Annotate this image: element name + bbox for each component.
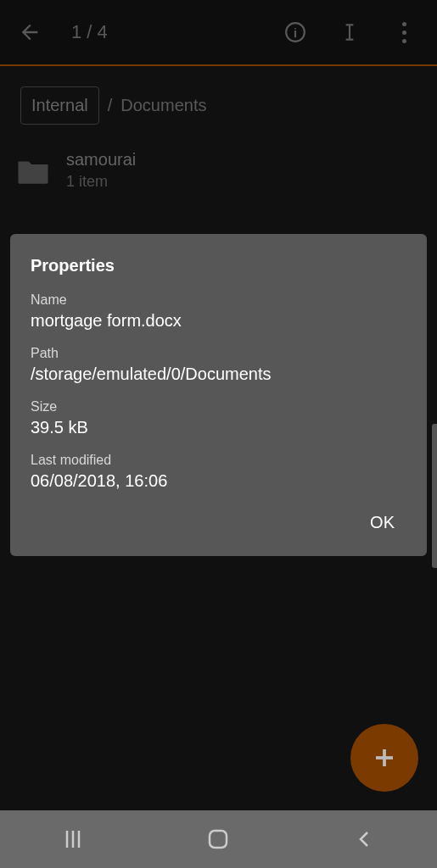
prop-name-label: Name [31,292,406,308]
svg-rect-11 [210,831,227,848]
scrollbar[interactable] [432,424,437,568]
prop-modified-label: Last modified [31,453,406,468]
recents-icon [62,829,84,849]
ok-button[interactable]: OK [358,506,406,539]
prop-size: Size 39.5 kB [31,399,406,437]
back-icon [354,829,374,849]
home-icon [206,827,230,851]
system-navbar [0,810,437,868]
prop-path: Path /storage/emulated/0/Documents [31,346,406,384]
nav-recents[interactable] [48,822,98,856]
prop-path-label: Path [31,346,406,361]
properties-dialog: Properties Name mortgage form.docx Path … [10,234,427,556]
nav-home[interactable] [193,822,244,856]
prop-modified-value: 06/08/2018, 16:06 [31,471,406,491]
prop-size-value: 39.5 kB [31,418,406,437]
prop-path-value: /storage/emulated/0/Documents [31,364,406,384]
prop-name: Name mortgage form.docx [31,292,406,331]
prop-size-label: Size [31,399,406,415]
plus-icon [372,745,397,771]
dialog-actions: OK [31,506,406,539]
nav-back[interactable] [339,822,389,856]
dialog-title: Properties [31,256,406,275]
prop-name-value: mortgage form.docx [31,311,406,331]
prop-modified: Last modified 06/08/2018, 16:06 [31,453,406,491]
fab-add[interactable] [350,724,418,792]
